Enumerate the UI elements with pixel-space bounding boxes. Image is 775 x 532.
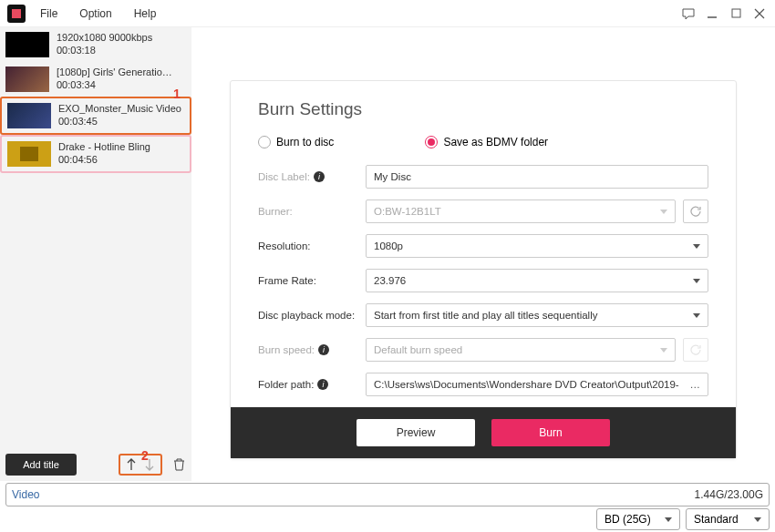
video-item[interactable]: 1920x1080 9000kbps 00:03:18	[0, 27, 191, 62]
burn-speed-label: Burn speed:i	[258, 344, 358, 355]
radio-icon	[425, 136, 438, 148]
burner-select: O:BW-12B1LT	[366, 200, 676, 223]
minimize-icon[interactable]	[706, 7, 718, 20]
menu-help[interactable]: Help	[134, 7, 157, 20]
browse-icon[interactable]: …	[690, 379, 701, 390]
video-title: 1920x1080 9000kbps	[57, 32, 152, 43]
video-item[interactable]: Drake - Hotline Bling 00:04:56	[0, 135, 191, 173]
radio-label: Save as BDMV folder	[443, 136, 548, 148]
titlebar: File Option Help	[0, 0, 775, 27]
burn-button[interactable]: Burn	[491, 419, 610, 446]
frame-rate-select[interactable]: 23.976	[366, 269, 708, 292]
preview-button[interactable]: Preview	[356, 419, 475, 446]
video-list: 1920x1080 9000kbps 00:03:18 [1080p] Girl…	[0, 27, 191, 448]
burn-settings-panel: Burn Settings Burn to disc Save as BDMV …	[230, 80, 737, 459]
video-title: Drake - Hotline Bling	[58, 141, 150, 152]
info-icon[interactable]: i	[318, 344, 329, 355]
status-bar: Video 1.44G/23.00G	[5, 483, 770, 506]
video-duration: 00:03:18	[57, 45, 152, 56]
playback-mode-select[interactable]: Start from first title and play all titl…	[366, 303, 708, 327]
menu-option[interactable]: Option	[79, 7, 111, 20]
playback-mode-label: Disc playback mode:	[258, 310, 358, 321]
refresh-speed-icon	[683, 338, 708, 362]
sidebar-toolbar: Add title	[0, 448, 191, 481]
app-logo	[7, 5, 26, 23]
maximize-icon[interactable]	[729, 7, 742, 20]
video-title: EXO_Monster_Music Video	[58, 103, 181, 114]
disc-label-input[interactable]: My Disc	[366, 165, 708, 189]
panel-title: Burn Settings	[258, 99, 708, 119]
radio-icon	[258, 136, 271, 148]
main-menu: File Option Help	[40, 7, 156, 20]
quality-select[interactable]: Standard	[686, 508, 770, 530]
move-buttons-group	[119, 454, 162, 476]
info-icon[interactable]: i	[317, 379, 328, 390]
delete-icon[interactable]	[171, 457, 186, 472]
status-label: Video	[12, 488, 39, 501]
menu-file[interactable]: File	[40, 7, 57, 20]
svg-rect-1	[732, 9, 740, 17]
video-duration: 00:03:34	[57, 79, 172, 90]
video-item[interactable]: [1080p] Girls' Generatio… 00:03:34	[0, 62, 191, 97]
burn-speed-select: Default burn speed	[366, 338, 676, 362]
radio-burn-to-disc[interactable]: Burn to disc	[258, 136, 334, 148]
disc-label-label: Disc Label:i	[258, 171, 358, 182]
resolution-select[interactable]: 1080p	[366, 234, 708, 258]
video-thumbnail	[7, 103, 51, 128]
annotation-label: 1	[173, 87, 181, 101]
status-size: 1.44G/23.00G	[695, 488, 763, 501]
folder-path-label: Folder path:i	[258, 379, 358, 390]
disc-type-select[interactable]: BD (25G)	[596, 508, 680, 530]
sidebar: 1920x1080 9000kbps 00:03:18 [1080p] Girl…	[0, 27, 191, 481]
video-duration: 00:04:56	[58, 154, 150, 165]
burner-label: Burner:	[258, 206, 358, 217]
info-icon[interactable]: i	[314, 171, 325, 182]
add-title-button[interactable]: Add title	[5, 454, 77, 476]
video-thumbnail	[5, 66, 49, 92]
panel-footer: Preview Burn	[231, 407, 736, 458]
radio-save-bdmv[interactable]: Save as BDMV folder	[425, 136, 548, 148]
video-item-selected[interactable]: EXO_Monster_Music Video 00:03:45	[0, 97, 191, 135]
folder-path-input[interactable]: C:\Users\ws\Documents\Wondershare DVD Cr…	[366, 373, 708, 396]
video-thumbnail	[5, 32, 49, 57]
radio-label: Burn to disc	[276, 136, 334, 148]
main-area: Burn Settings Burn to disc Save as BDMV …	[191, 27, 775, 481]
video-title: [1080p] Girls' Generatio…	[57, 66, 172, 77]
resolution-label: Resolution:	[258, 240, 358, 251]
video-duration: 00:03:45	[58, 116, 181, 127]
frame-rate-label: Frame Rate:	[258, 275, 358, 286]
close-icon[interactable]	[753, 7, 766, 20]
bottom-bar: BD (25G) Standard	[0, 506, 775, 532]
move-up-icon[interactable]	[124, 457, 139, 472]
refresh-burner-icon[interactable]	[683, 200, 708, 223]
feedback-icon[interactable]	[682, 7, 695, 20]
video-thumbnail	[7, 141, 51, 167]
annotation-label: 2	[141, 448, 149, 463]
